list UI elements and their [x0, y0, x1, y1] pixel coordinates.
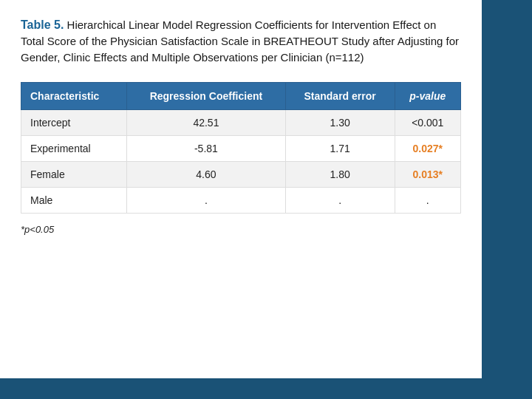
cell-regression: 4.60	[127, 161, 286, 187]
cell-std-error: 1.30	[285, 109, 395, 135]
cell-std-error: 1.71	[285, 135, 395, 161]
cell-characteristic: Male	[21, 187, 127, 213]
cell-pvalue: 0.013*	[395, 161, 461, 187]
footnote-text: *p<0.05	[21, 224, 54, 235]
footnote: *p<0.05	[21, 224, 461, 235]
cell-characteristic: Experimental	[21, 135, 127, 161]
table-row: Intercept42.511.30<0.001	[21, 109, 461, 135]
results-table: Characteristic Regression Coefficient St…	[21, 82, 461, 214]
cell-pvalue: .	[395, 187, 461, 213]
col-header-std-error: Standard error	[285, 82, 395, 109]
cell-pvalue: <0.001	[395, 109, 461, 135]
main-content: Table 5. Hierarchical Linear Model Regre…	[0, 0, 482, 378]
title-section: Table 5. Hierarchical Linear Model Regre…	[21, 16, 461, 66]
cell-regression: .	[127, 187, 286, 213]
table-label: Table 5.	[21, 18, 64, 31]
cell-regression: -5.81	[127, 135, 286, 161]
table-header-row: Characteristic Regression Coefficient St…	[21, 82, 461, 109]
table-row: Female4.601.800.013*	[21, 161, 461, 187]
bottom-decoration	[0, 378, 482, 399]
table-row: Male...	[21, 187, 461, 213]
table-description: Hierarchical Linear Model Regression Coe…	[21, 18, 459, 64]
cell-regression: 42.51	[127, 109, 286, 135]
cell-std-error: 1.80	[285, 161, 395, 187]
title-text: Table 5. Hierarchical Linear Model Regre…	[21, 16, 461, 66]
col-header-regression: Regression Coefficient	[127, 82, 286, 109]
cell-pvalue: 0.027*	[395, 135, 461, 161]
cell-std-error: .	[285, 187, 395, 213]
cell-characteristic: Female	[21, 161, 127, 187]
col-header-characteristic: Characteristic	[21, 82, 127, 109]
right-decoration	[482, 0, 532, 399]
cell-characteristic: Intercept	[21, 109, 127, 135]
col-header-pvalue: p-value	[395, 82, 461, 109]
table-row: Experimental-5.811.710.027*	[21, 135, 461, 161]
